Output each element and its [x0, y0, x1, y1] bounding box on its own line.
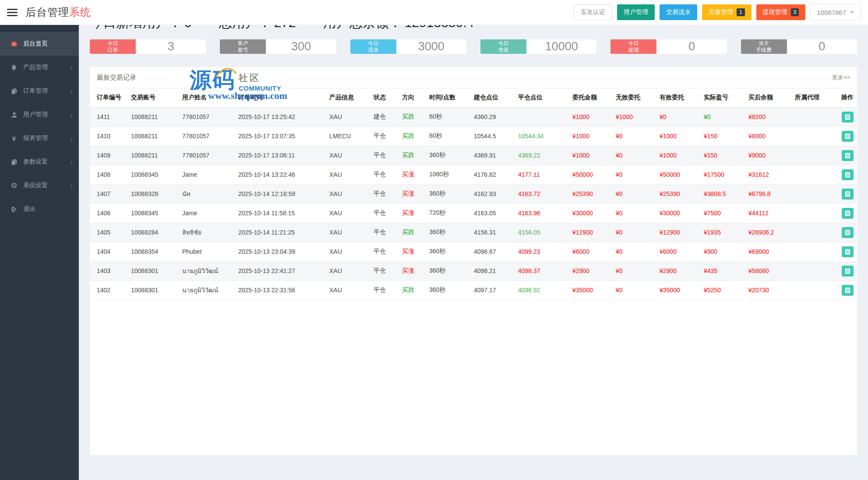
table-header-row: 订单编号交易账号用户姓名订单时间产品信息状态方向时间/点数建仓点位平仓点位委托金… [90, 88, 858, 107]
cell-product: XAU [328, 184, 372, 203]
cell-product: XAU [328, 165, 372, 184]
cell-action [840, 165, 858, 184]
sidebar-item-logout[interactable]: 退出 [0, 197, 79, 221]
row-detail-button[interactable] [842, 112, 854, 123]
cell-action [840, 146, 858, 165]
user-manage-button[interactable]: 用户管理 [617, 4, 655, 20]
cell-product: LMECU [328, 126, 372, 146]
table-row: 140710088328นัท2025-10-14 12:18:59XAU平仓买… [90, 184, 858, 203]
cell-valid_entrust: ¥6000 [658, 242, 702, 261]
cell-time: 2025-10-14 13:22:46 [236, 165, 328, 184]
sidebar-item-label: 退出 [23, 205, 35, 213]
more-link[interactable]: 更多>> [832, 74, 850, 81]
sidebar-item-label: 订单管理 [23, 87, 48, 95]
cell-id: 1404 [90, 242, 129, 261]
table-row: 140210088301นายภูมิวิวัฒน์2025-10-13 22:… [90, 280, 858, 300]
recharge-manage-button[interactable]: 充值管理1 [702, 4, 752, 20]
stat-box-label: 今日流水 [350, 39, 396, 54]
cell-name: นัท [180, 184, 236, 203]
cell-agent [793, 261, 840, 280]
column-header: 买后余额 [747, 88, 793, 107]
cell-action [840, 126, 858, 146]
stat-box-value: 10000 [526, 39, 596, 54]
column-header: 无效委托 [614, 88, 658, 107]
cell-name: นายภูมิวิวัฒน์ [180, 261, 236, 280]
trade-flow-label: 交易流水 [666, 8, 691, 16]
cell-duration: 60秒 [427, 107, 472, 126]
row-detail-button[interactable] [842, 189, 854, 200]
withdraw-manage-button[interactable]: 提现管理3 [756, 4, 806, 20]
row-detail-button[interactable] [842, 150, 854, 161]
menu-toggle-icon[interactable] [7, 9, 18, 16]
cell-product: XAU [328, 203, 372, 223]
row-detail-button[interactable] [842, 246, 854, 257]
sidebar-item-report[interactable]: ¥报表管理› [0, 126, 79, 150]
sidebar-item-order[interactable]: 订单管理› [0, 79, 79, 103]
column-header: 用户姓名 [180, 88, 236, 107]
list-icon [845, 230, 850, 235]
sidebar: 后台首页฿产品管理›订单管理›用户管理›¥报表管理›参数设置›⚙系统设置›退出 [0, 25, 79, 480]
cell-invalid_entrust: ¥1000 [614, 107, 658, 126]
chevron-right-icon: › [70, 158, 73, 166]
sidebar-item-home[interactable]: 后台首页 [0, 32, 79, 56]
row-detail-button[interactable] [842, 131, 854, 142]
cell-entrust: ¥25390 [571, 184, 614, 203]
cell-direction: 买涨 [400, 184, 427, 203]
cell-direction: 买涨 [400, 242, 427, 261]
cell-invalid_entrust: ¥0 [614, 184, 658, 203]
list-icon [845, 114, 850, 120]
sidebar-item-system[interactable]: ⚙系统设置› [0, 174, 79, 197]
sidebar-item-user[interactable]: 用户管理› [0, 103, 79, 126]
cell-time: 2025-10-13 22:41:27 [236, 261, 328, 280]
cell-account: 10088211 [129, 107, 180, 126]
cell-direction: 买跌 [400, 223, 427, 242]
cell-agent [793, 165, 840, 184]
sidebar-item-params[interactable]: 参数设置› [0, 150, 79, 174]
cell-duration: 360秒 [427, 280, 472, 300]
trade-flow-button[interactable]: 交易流水 [660, 4, 697, 20]
cell-id: 1411 [90, 107, 129, 126]
cell-balance: ¥9000 [747, 146, 793, 165]
cell-close_point: 10544.34 [516, 126, 571, 146]
cell-agent [793, 107, 840, 126]
panel-title: 最新交易记录 [97, 74, 136, 82]
cell-direction: 买跌 [400, 107, 427, 126]
cell-action [840, 203, 858, 223]
row-detail-button[interactable] [842, 285, 854, 296]
real-name-verify-button[interactable]: 实名认证 [574, 4, 612, 20]
column-header: 交易账号 [129, 88, 180, 107]
cell-status: 平仓 [372, 165, 400, 184]
panel-header: 最新交易记录 更多>> [90, 67, 857, 88]
cell-product: XAU [328, 146, 372, 165]
cell-close_point: 4156.05 [516, 223, 571, 242]
app-title: 后台管理系统 [25, 5, 91, 19]
account-dropdown[interactable]: 10087867 [810, 4, 861, 21]
cell-account: 10088211 [129, 126, 180, 146]
row-detail-button[interactable] [842, 227, 854, 238]
account-id: 10087867 [817, 9, 846, 16]
cell-entrust: ¥1000 [571, 107, 614, 126]
cell-time: 2025-10-17 13:25:42 [236, 107, 328, 126]
cell-invalid_entrust: ¥0 [614, 261, 658, 280]
cell-valid_entrust: ¥30000 [658, 203, 702, 223]
column-header: 建仓点位 [472, 88, 516, 107]
column-header: 委托金额 [571, 88, 614, 107]
cell-invalid_entrust: ¥0 [614, 223, 658, 242]
cell-invalid_entrust: ¥0 [614, 242, 658, 261]
row-detail-button[interactable] [842, 208, 854, 219]
cell-account: 10088301 [129, 261, 180, 280]
list-icon [845, 153, 850, 158]
row-detail-button[interactable] [842, 266, 854, 277]
cell-time: 2025-10-17 13:06:11 [236, 146, 328, 165]
cell-name: 77801057 [180, 107, 236, 126]
stat-box-customer-pnl: 客户盈亏300 [220, 39, 336, 54]
cell-name: Phubet [180, 242, 236, 261]
table-row: 140410088354Phubet2025-10-13 23:04:39XAU… [90, 242, 858, 261]
cell-agent [793, 280, 840, 300]
row-detail-button[interactable] [842, 169, 854, 180]
cell-profit: ¥150 [702, 126, 747, 146]
cell-duration: 360秒 [427, 261, 472, 280]
sidebar-item-product[interactable]: ฿产品管理› [0, 56, 79, 79]
cell-invalid_entrust: ¥0 [614, 280, 658, 300]
cell-agent [793, 146, 840, 165]
